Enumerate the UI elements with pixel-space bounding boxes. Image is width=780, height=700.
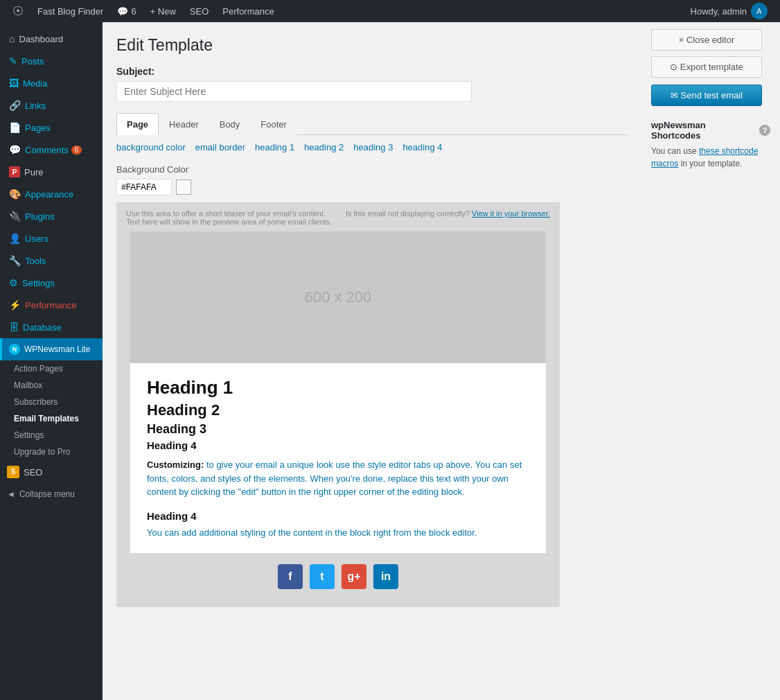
bg-color-label: Background Color <box>116 164 628 175</box>
adminbar-right: Howdy, admin A <box>684 0 774 22</box>
image-size-label: 600 x 200 <box>305 288 372 306</box>
pure-icon: P <box>9 166 20 177</box>
performance-label: Performance <box>222 6 274 17</box>
sidebar-item-label: Appearance <box>25 189 73 200</box>
links-icon: 🔗 <box>9 100 21 111</box>
tab-footer[interactable]: Footer <box>250 113 297 135</box>
sidebar-item-tools[interactable]: 🔧 Tools <box>0 250 103 272</box>
subtab-email-border[interactable]: email border <box>195 142 245 152</box>
sidebar-item-plugins[interactable]: 🔌 Plugins <box>0 205 103 227</box>
close-editor-label: × Close editor <box>679 35 735 45</box>
linkedin-icon[interactable]: in <box>373 564 398 589</box>
appearance-icon: 🎨 <box>9 189 21 200</box>
preview-heading4-2: Heading 4 <box>147 510 529 522</box>
media-icon: 🖼 <box>9 78 19 89</box>
subtab-heading2[interactable]: heading 2 <box>304 142 344 152</box>
preview-footer: f t g+ in <box>130 553 546 600</box>
send-test-email-button[interactable]: ✉ Send test email <box>651 85 762 106</box>
tab-page[interactable]: Page <box>116 113 159 135</box>
sidebar-item-performance[interactable]: ⚡ Performance <box>0 294 103 316</box>
sidebar-item-label: Users <box>25 234 48 244</box>
pages-icon: 📄 <box>9 122 21 133</box>
right-panel: × Close editor ⊙ Export template ✉ Send … <box>641 22 780 700</box>
sidebar-item-seo[interactable]: S SEO <box>0 460 103 484</box>
database-icon: 🗄 <box>9 322 19 333</box>
preview-image-placeholder: 600 x 200 <box>130 231 546 363</box>
comment-icon: 💬 <box>117 6 128 17</box>
subject-input[interactable] <box>116 81 472 102</box>
preview-heading3: Heading 3 <box>147 422 529 437</box>
color-swatch[interactable] <box>176 180 191 195</box>
sidebar-item-label: Links <box>25 100 46 111</box>
preheader-right: Is this email not displaying correctly? … <box>346 209 550 226</box>
color-input-row <box>116 179 628 195</box>
body-text: to give your email a unique look use the… <box>147 460 522 497</box>
fast-blog-finder-item[interactable]: Fast Blog Finder <box>30 0 110 22</box>
preheader-right-text: Is this email not displaying correctly? <box>346 209 470 218</box>
shortcodes-before: You can use <box>651 146 699 156</box>
sidebar-item-appearance[interactable]: 🎨 Appearance <box>0 183 103 205</box>
sidebar-item-database[interactable]: 🗄 Database <box>0 316 103 338</box>
preview-content: Heading 1 Heading 2 Heading 3 Heading 4 … <box>130 363 546 553</box>
help-icon[interactable]: ? <box>759 125 770 136</box>
sidebar-item-comments[interactable]: 💬 Comments 6 <box>0 139 103 161</box>
preview-secondary-text: You can add additional styling of the co… <box>147 526 529 540</box>
subtab-heading4[interactable]: heading 4 <box>402 142 442 152</box>
export-template-button[interactable]: ⊙ Export template <box>651 56 762 78</box>
collapse-menu[interactable]: ◄ Collapse menu <box>0 484 103 505</box>
sidebar-item-links[interactable]: 🔗 Links <box>0 94 103 116</box>
body-strong: Customizing: <box>147 460 204 470</box>
submenu-settings[interactable]: Settings <box>0 427 103 444</box>
sidebar-item-media[interactable]: 🖼 Media <box>0 72 103 94</box>
seo-label: SEO <box>190 6 209 17</box>
sidebar-item-label: Pure <box>24 167 43 177</box>
subtab-heading1[interactable]: heading 1 <box>255 142 294 152</box>
submenu-subscribers[interactable]: Subscribers <box>0 394 103 410</box>
collapse-icon: ◄ <box>7 489 15 499</box>
sidebar-item-wpnewsman[interactable]: N WPNewsman Lite <box>0 338 103 360</box>
sidebar-item-pure[interactable]: P Pure <box>0 161 103 183</box>
preview-heading2: Heading 2 <box>147 401 529 419</box>
submenu-upgrade-to-pro[interactable]: Upgrade to Pro <box>0 444 103 460</box>
seo-item[interactable]: SEO <box>183 0 215 22</box>
subtab-heading3[interactable]: heading 3 <box>353 142 393 152</box>
new-item[interactable]: + New <box>143 0 183 22</box>
submenu-email-templates[interactable]: Email Templates <box>0 410 103 427</box>
wp-logo-icon: ☉ <box>12 3 24 19</box>
view-in-browser-link[interactable]: View it in your browser. <box>472 209 550 218</box>
tab-body[interactable]: Body <box>209 113 251 135</box>
performance-item[interactable]: Performance <box>215 0 281 22</box>
tab-header[interactable]: Header <box>159 113 209 135</box>
wp-logo-item[interactable]: ☉ <box>6 0 30 22</box>
shortcodes-heading-text: wpNewsman Shortcodes <box>651 120 756 141</box>
bg-color-input[interactable] <box>116 179 172 195</box>
sidebar-item-posts[interactable]: ✎ Posts <box>0 50 103 72</box>
sidebar-item-dashboard[interactable]: ⌂ Dashboard <box>0 28 103 50</box>
fast-blog-finder-label: Fast Blog Finder <box>37 6 103 17</box>
howdy-admin[interactable]: Howdy, admin A <box>684 0 774 22</box>
subtab-background-color[interactable]: background color <box>116 142 186 152</box>
send-test-email-label: ✉ Send test email <box>671 90 743 100</box>
tabs-container: Page Header Body Footer <box>116 113 628 135</box>
sidebar-item-users[interactable]: 👤 Users <box>0 227 103 250</box>
close-editor-button[interactable]: × Close editor <box>651 29 762 51</box>
wpnewsman-label: WPNewsman Lite <box>24 344 90 354</box>
submenu-action-pages[interactable]: Action Pages <box>0 360 103 377</box>
shortcodes-heading: wpNewsman Shortcodes ? <box>651 120 770 141</box>
avatar-icon: A <box>751 3 768 19</box>
sidebar-item-pages[interactable]: 📄 Pages <box>0 116 103 139</box>
collapse-label: Collapse menu <box>19 489 75 499</box>
sidebar-item-label: Dashboard <box>19 34 63 44</box>
performance-icon: ⚡ <box>9 299 21 310</box>
sidebar-item-label: Database <box>23 322 62 333</box>
new-label: + New <box>150 6 176 17</box>
sidebar-item-settings[interactable]: ⚙ Settings <box>0 272 103 294</box>
twitter-icon[interactable]: t <box>310 564 335 589</box>
comments-item[interactable]: 💬 6 <box>110 0 143 22</box>
facebook-icon[interactable]: f <box>278 564 303 589</box>
submenu-mailbox[interactable]: Mailbox <box>0 377 103 394</box>
subject-row: Subject: <box>116 66 628 102</box>
googleplus-icon[interactable]: g+ <box>342 564 366 589</box>
sidebar-item-label: Comments <box>25 145 69 155</box>
users-icon: 👤 <box>9 233 21 244</box>
